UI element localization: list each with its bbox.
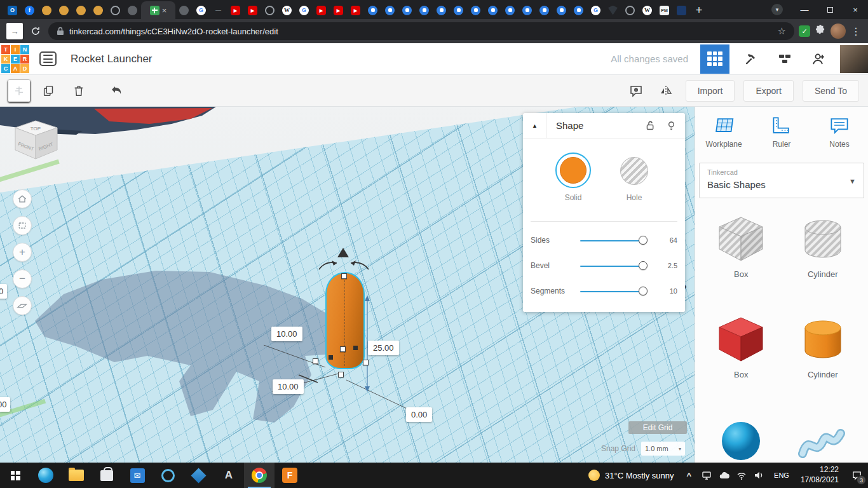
edit-grid-button[interactable]: Edit Grid xyxy=(628,421,687,434)
browser-tab[interactable] xyxy=(38,1,55,19)
weather-widget[interactable]: 31°C Mostly sunny xyxy=(581,470,682,481)
fit-view-button[interactable] xyxy=(13,216,32,235)
onedrive-cloud-icon[interactable] xyxy=(719,471,729,480)
browser-tab[interactable] xyxy=(433,1,450,19)
perspective-button[interactable] xyxy=(13,296,32,315)
scale-handle[interactable] xyxy=(338,372,344,377)
dim-width[interactable]: 10.00 xyxy=(271,327,302,341)
tab-search-button[interactable]: ▾ xyxy=(771,4,783,15)
volume-icon[interactable] xyxy=(754,471,764,480)
slider-track[interactable] xyxy=(580,291,644,292)
zoom-in-button[interactable]: + xyxy=(13,243,32,262)
viewcube-top-label[interactable]: TOP xyxy=(31,126,41,132)
browser-tab[interactable]: O xyxy=(4,1,21,19)
undo-icon[interactable] xyxy=(106,80,128,102)
taskbar-edge[interactable] xyxy=(31,463,61,488)
browser-profile-avatar[interactable] xyxy=(831,24,846,39)
rotate-arrows[interactable] xyxy=(315,258,372,273)
browser-tab[interactable] xyxy=(124,1,141,19)
zoom-out-button[interactable]: − xyxy=(13,269,32,288)
tinkercad-logo[interactable]: TINKERCAD xyxy=(0,44,31,74)
corner-handle[interactable] xyxy=(329,355,333,360)
taskbar-cortana[interactable] xyxy=(153,463,183,488)
browser-tab[interactable]: PM xyxy=(656,1,673,19)
scale-handle[interactable] xyxy=(341,273,347,279)
browser-tab[interactable] xyxy=(55,1,72,19)
corner-handle[interactable] xyxy=(353,346,358,350)
slider-track[interactable] xyxy=(580,266,644,267)
solid-option[interactable] xyxy=(555,152,591,188)
import-button[interactable]: Import xyxy=(686,80,735,102)
scale-handle[interactable] xyxy=(313,358,318,364)
browser-tab[interactable]: W xyxy=(639,1,656,19)
taskbar-fusion[interactable]: F xyxy=(275,463,305,488)
shape-item-sphere[interactable] xyxy=(700,408,782,463)
display-icon[interactable] xyxy=(702,470,712,480)
browser-tab[interactable] xyxy=(467,1,484,19)
comment-icon[interactable] xyxy=(625,80,647,102)
active-tab[interactable]: × xyxy=(141,1,175,19)
tab-close-icon[interactable]: × xyxy=(162,6,167,15)
browser-tab[interactable] xyxy=(501,1,519,19)
taskbar-explorer[interactable] xyxy=(61,463,92,488)
shape-item-boxHole[interactable]: Box xyxy=(700,207,782,301)
browser-tab[interactable]: ▶ xyxy=(330,1,347,19)
view-cube[interactable]: TOP FRONT RIGHT xyxy=(13,118,70,164)
language-indicator[interactable]: ENG xyxy=(769,471,794,479)
browser-tab[interactable]: ▶ xyxy=(313,1,330,19)
browser-tab[interactable]: ▶ xyxy=(244,1,261,19)
slider-handle[interactable] xyxy=(639,236,648,245)
snap-grid-dropdown[interactable]: 1.0 mm ▾ xyxy=(641,442,685,456)
taskbar-mail[interactable]: ✉ xyxy=(122,463,153,488)
taskbar-store[interactable] xyxy=(92,463,122,488)
shape-item-scribble[interactable] xyxy=(782,408,864,463)
browser-tab[interactable] xyxy=(107,1,124,19)
browser-tab[interactable] xyxy=(398,1,416,19)
reload-button[interactable] xyxy=(27,23,44,39)
tools-hammer-icon[interactable] xyxy=(739,46,763,72)
user-avatar[interactable] xyxy=(840,45,868,73)
browser-tab[interactable] xyxy=(673,1,690,19)
browser-tab[interactable] xyxy=(261,1,278,19)
browser-tab[interactable]: G xyxy=(193,1,210,19)
browser-tab[interactable] xyxy=(621,1,639,19)
slider-handle[interactable] xyxy=(639,261,648,270)
blocks-icon[interactable] xyxy=(773,46,797,72)
invite-person-icon[interactable] xyxy=(806,46,831,72)
notes-tool[interactable]: Notes xyxy=(811,113,868,149)
browser-tab[interactable]: ▶ xyxy=(227,1,244,19)
browser-tab[interactable] xyxy=(553,1,570,19)
browser-tab[interactable]: — xyxy=(210,1,227,19)
shape-item-cylOrange[interactable]: Cylinder xyxy=(782,308,864,402)
browser-tab[interactable]: f xyxy=(21,1,38,19)
hide-bulb-icon[interactable] xyxy=(666,120,677,131)
dim-height[interactable]: 25.00 xyxy=(368,341,399,355)
scale-handle[interactable] xyxy=(340,346,346,352)
export-button[interactable]: Export xyxy=(743,80,793,102)
minimize-button[interactable]: — xyxy=(792,0,817,19)
close-button[interactable]: × xyxy=(843,0,868,19)
dashboard-grid-button[interactable] xyxy=(700,44,729,74)
action-center-icon[interactable]: 3 xyxy=(845,463,868,488)
tray-expand-icon[interactable]: ^ xyxy=(682,471,697,480)
browser-tab[interactable] xyxy=(519,1,536,19)
align-icon[interactable] xyxy=(8,80,30,102)
browser-tab[interactable] xyxy=(364,1,381,19)
bookmark-star-icon[interactable]: ☆ xyxy=(778,25,786,37)
wifi-icon[interactable] xyxy=(736,471,747,480)
home-view-button[interactable] xyxy=(13,189,32,208)
workplane-tool[interactable]: Workplane xyxy=(695,113,752,149)
browser-tab[interactable] xyxy=(450,1,467,19)
browser-tab[interactable] xyxy=(72,1,90,19)
browser-tab[interactable] xyxy=(175,1,193,19)
maximize-button[interactable] xyxy=(817,0,843,19)
shape-category-dropdown[interactable]: Tinkercad Basic Shapes ▼ xyxy=(699,163,864,198)
send-to-button[interactable]: Send To xyxy=(803,80,859,102)
ruler-tool[interactable]: Ruler xyxy=(753,113,810,149)
dim-elevation[interactable]: 0.00 xyxy=(406,407,432,422)
extensions-puzzle-icon[interactable] xyxy=(815,24,826,38)
collapse-panel-icon[interactable]: ▲ xyxy=(523,113,547,139)
browser-tab[interactable]: ▶ xyxy=(347,1,364,19)
forward-button[interactable]: → xyxy=(6,23,23,39)
taskbar-chrome[interactable] xyxy=(244,463,275,488)
